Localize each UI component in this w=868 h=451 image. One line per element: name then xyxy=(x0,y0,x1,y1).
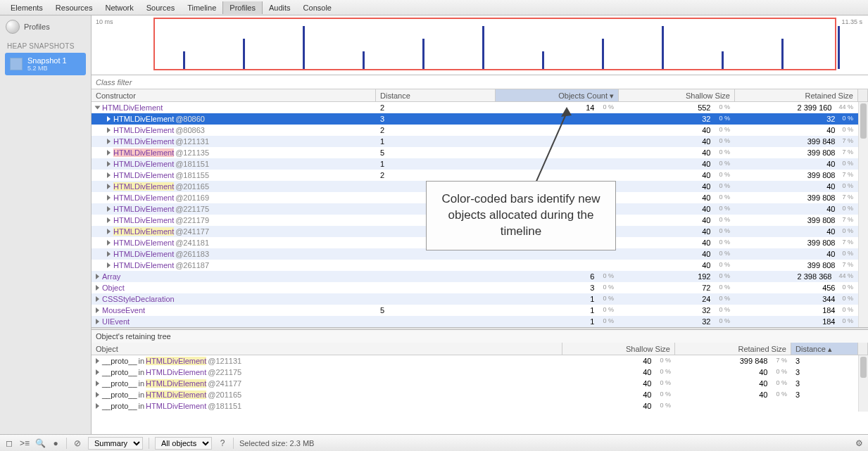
table-row[interactable]: CSSStyleDeclaration10 %240 %3440 % xyxy=(92,293,868,305)
clear-icon[interactable]: ⊘ xyxy=(73,438,82,448)
svg-marker-1 xyxy=(561,107,572,117)
table-row[interactable]: HTMLDivElement @1811552400 %399 8087 % xyxy=(92,170,868,181)
profiles-sidebar: Profiles HEAP SNAPSHOTS Snapshot 1 5.2 M… xyxy=(0,15,92,434)
col-shallow-size[interactable]: Shallow Size xyxy=(619,89,735,101)
timeline-bar xyxy=(243,39,245,69)
svg-line-0 xyxy=(535,113,567,184)
selected-size-label: Selected size: 2.3 MB xyxy=(239,439,314,447)
timeline-bar xyxy=(303,26,305,69)
retain-row[interactable]: __proto__ in HTMLDivElement @221175400 %… xyxy=(92,367,868,378)
timeline-bar xyxy=(722,51,724,69)
col-distance[interactable]: Distance xyxy=(376,89,496,101)
timeline-bar xyxy=(183,51,185,69)
tab-console[interactable]: Console xyxy=(297,1,338,14)
tab-profiles[interactable]: Profiles xyxy=(222,1,263,14)
retain-row[interactable]: __proto__ in HTMLDivElement @201165400 %… xyxy=(92,389,868,400)
retain-grid-body[interactable]: __proto__ in HTMLDivElement @121131400 %… xyxy=(92,355,868,412)
retain-row[interactable]: __proto__ in HTMLDivElement @121131400 %… xyxy=(92,355,868,367)
timeline-bar xyxy=(363,51,365,69)
snapshot-item[interactable]: Snapshot 1 5.2 MB xyxy=(5,53,86,75)
col2-shallow[interactable]: Shallow Size xyxy=(562,343,675,355)
col2-object[interactable]: Object xyxy=(92,343,562,355)
class-filter-row xyxy=(92,75,868,89)
tab-sources[interactable]: Sources xyxy=(140,1,181,14)
profiles-title: Profiles xyxy=(24,23,50,31)
col2-retained[interactable]: Retained Size xyxy=(675,343,791,355)
timeline-start-label: 10 ms xyxy=(96,18,113,25)
sidebar-section-label: HEAP SNAPSHOTS xyxy=(0,38,91,53)
snapshot-icon xyxy=(10,58,23,70)
table-row[interactable]: Array60 %1920 %2 398 36844 % xyxy=(92,271,868,282)
snapshot-size: 5.2 MB xyxy=(27,65,67,72)
tab-audits[interactable]: Audits xyxy=(263,1,297,14)
col-retained-size[interactable]: Retained Size xyxy=(735,89,858,101)
retain-row[interactable]: __proto__ in HTMLDivElement @241177400 %… xyxy=(92,378,868,389)
table-row[interactable]: UIEvent10 %320 %1840 % xyxy=(92,316,868,327)
table-row[interactable]: HTMLDivElement2140 %5520 %2 399 16044 % xyxy=(92,102,868,113)
tab-elements[interactable]: Elements xyxy=(4,1,49,14)
col-objects-count[interactable]: Objects Count ▾ xyxy=(496,89,619,101)
timeline-bar xyxy=(482,26,484,69)
settings-icon[interactable]: ⚙ xyxy=(854,438,864,448)
record-icon[interactable]: ● xyxy=(51,438,61,448)
tab-timeline[interactable]: Timeline xyxy=(181,1,222,14)
tab-resources[interactable]: Resources xyxy=(49,1,99,14)
col2-distance[interactable]: Distance ▴ xyxy=(791,343,858,355)
profiles-icon xyxy=(6,20,20,34)
retaining-tree-title: Object's retaining tree xyxy=(92,330,868,343)
annotation-arrow xyxy=(496,107,574,184)
retain-scrollbar[interactable] xyxy=(858,355,868,412)
devtools-tabs: ElementsResourcesNetworkSourcesTimelineP… xyxy=(0,0,868,15)
timeline-bar xyxy=(662,26,664,69)
view-select[interactable]: Summary xyxy=(88,437,143,450)
allocation-timeline[interactable]: 10 ms 11.35 s xyxy=(92,15,868,75)
timeline-end-label: 11.35 s xyxy=(841,18,862,25)
heap-grid-header: Constructor Distance Objects Count ▾ Sha… xyxy=(92,89,868,102)
timeline-bar xyxy=(542,51,544,69)
dock-icon[interactable]: ◻ xyxy=(4,438,14,448)
table-row[interactable]: HTMLDivElement @261187400 %399 8087 % xyxy=(92,260,868,271)
status-bar: ◻ >≡ 🔍 ● ⊘ Summary All objects ? Selecte… xyxy=(0,434,868,451)
timeline-bar xyxy=(602,39,604,69)
timeline-bar xyxy=(781,39,784,69)
search-icon[interactable]: 🔍 xyxy=(35,438,45,448)
table-row[interactable]: MouseEvent510 %320 %1840 % xyxy=(92,305,868,316)
table-row[interactable]: HTMLDivElement @808632400 %400 % xyxy=(92,125,868,136)
col-constructor[interactable]: Constructor xyxy=(92,89,376,101)
profiles-header: Profiles xyxy=(0,15,91,38)
annotation-callout: Color-coded bars identify new objects al… xyxy=(426,181,616,250)
class-filter-input[interactable] xyxy=(92,75,232,89)
table-row[interactable]: HTMLDivElement @1811511400 %400 % xyxy=(92,158,868,170)
retain-row[interactable]: __proto__ in HTMLDivElement @181151400 % xyxy=(92,400,868,412)
timeline-bar xyxy=(422,39,424,69)
console-icon[interactable]: >≡ xyxy=(20,438,30,448)
retain-grid-header: Object Shallow Size Retained Size Distan… xyxy=(92,343,868,355)
table-row[interactable]: Object30 %720 %4560 % xyxy=(92,282,868,293)
timeline-selection xyxy=(153,18,836,70)
tab-network[interactable]: Network xyxy=(99,1,139,14)
table-row[interactable]: HTMLDivElement @808603320 %320 % xyxy=(92,113,868,125)
table-row[interactable]: HTMLDivElement @1211311400 %399 8487 % xyxy=(92,136,868,147)
filter-select[interactable]: All objects xyxy=(155,437,212,450)
grid-scrollbar[interactable] xyxy=(858,102,868,327)
timeline-bar xyxy=(838,26,840,69)
help-icon[interactable]: ? xyxy=(218,438,227,448)
table-row[interactable]: HTMLDivElement @1211355400 %399 8087 % xyxy=(92,147,868,158)
snapshot-name: Snapshot 1 xyxy=(27,56,67,65)
